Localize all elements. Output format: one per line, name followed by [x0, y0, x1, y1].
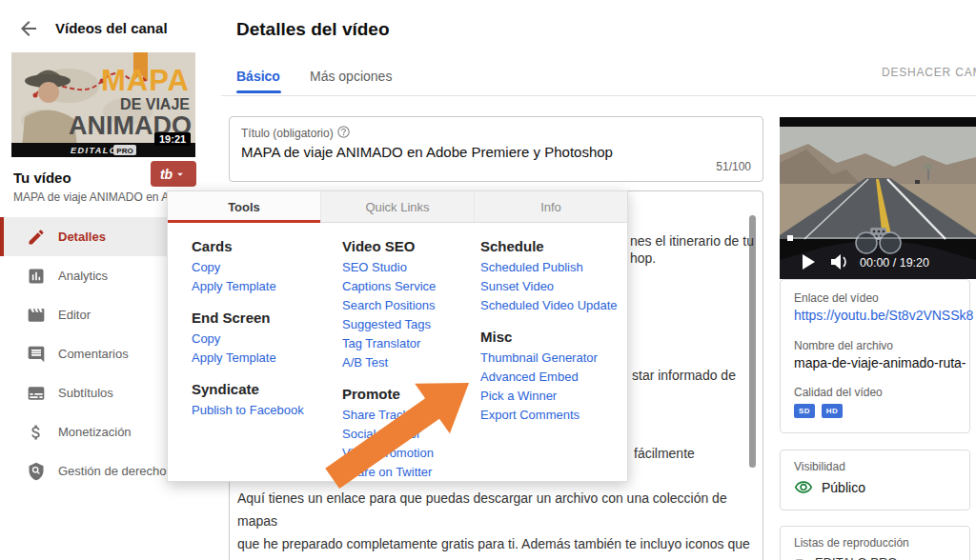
menu-link-cards-copy[interactable]: Copy — [192, 258, 335, 277]
sidebar-item-label: Comentarios — [58, 347, 129, 361]
tubebuddy-button[interactable]: tb — [151, 161, 196, 187]
description-fragment: nes el itinerario de tu — [630, 233, 754, 249]
menu-link-ab-test[interactable]: A/B Test — [342, 353, 480, 372]
menu-link-video-promotion[interactable]: Video Promotion — [342, 444, 480, 463]
sidebar-item-label: Subtítulos — [58, 386, 113, 400]
comment-icon — [27, 345, 46, 364]
film-icon — [27, 306, 46, 325]
chevron-down-icon — [173, 168, 187, 181]
menu-section-schedule: Schedule — [480, 238, 625, 254]
duration-badge: 19:21 — [154, 132, 191, 146]
video-thumbnail: MAPA DE VIAJE ANIMADO EDITALO PRO 19:21 — [11, 52, 195, 157]
menu-link-captions-service[interactable]: Captions Service — [342, 277, 480, 296]
copyright-shield-icon — [27, 462, 46, 481]
menu-section-misc: Misc — [480, 329, 625, 345]
menu-section-video-seo: Video SEO — [342, 238, 480, 254]
playlist-item-label: EDITALO PRO — [815, 555, 897, 560]
tubebuddy-logo: tb — [160, 167, 173, 182]
thumbnail-watermark: EDITALO — [71, 146, 117, 155]
description-scrollbar[interactable] — [749, 215, 756, 468]
title-field-label: Título (obligatorio) — [241, 127, 334, 140]
dollar-icon — [27, 423, 46, 442]
visibility-label: Visibilidad — [794, 460, 845, 473]
filename-label: Nombre del archivo — [794, 339, 893, 352]
sd-badge: SD — [794, 404, 815, 418]
menu-link-tag-translator[interactable]: Tag Translator — [342, 334, 480, 353]
description-fragment: fácilmente — [634, 446, 695, 461]
sidebar-item-label: Detalles — [58, 230, 106, 244]
tab-mas-opciones[interactable]: Más opciones — [310, 69, 392, 84]
menu-link-social-monitor[interactable]: Social Monitor — [342, 425, 480, 444]
char-count: 51/100 — [716, 160, 751, 173]
sidebar-item-label: Monetización — [58, 425, 132, 439]
thumbnail-watermark-pro: PRO — [116, 147, 132, 155]
pencil-icon — [27, 228, 46, 247]
menu-section-end-screen: End Screen — [192, 310, 335, 326]
menu-column-2: Video SEO SEO Studio Captions Service Se… — [342, 223, 480, 482]
playlists-card: Listas de reproducción EDITALO PRO — [780, 526, 970, 560]
menu-link-scheduled-publish[interactable]: Scheduled Publish — [480, 258, 625, 277]
description-line: Aquí tienes un enlace para que puedas de… — [237, 487, 752, 532]
menu-column-3: Schedule Scheduled Publish Sunset Video … — [480, 223, 625, 425]
menu-link-share-tracker[interactable]: Share Tracker — [342, 406, 480, 425]
visibility-card[interactable]: Visibilidad Público — [780, 450, 970, 510]
video-link[interactable]: https://youtu.be/St8v2VNSSk8 — [794, 308, 973, 323]
tabs-divider — [221, 95, 976, 96]
menu-section-cards: Cards — [192, 238, 335, 254]
tubebuddy-menu: Tools Quick Links Info Cards Copy Apply … — [167, 190, 628, 482]
hd-badge: HD — [822, 404, 843, 418]
menu-link-pick-a-winner[interactable]: Pick a Winner — [480, 387, 625, 406]
filename-value: mapa-de-viaje-animado-ruta-en m — [794, 355, 966, 370]
menu-link-scheduled-video-update[interactable]: Scheduled Video Update — [480, 296, 625, 315]
description-fragment: hop. — [630, 250, 656, 266]
sidebar-item-label: Gestión de derechos — [58, 464, 173, 478]
title-field[interactable]: Título (obligatorio) MAPA de viaje ANIMA… — [229, 116, 763, 182]
undo-changes-button[interactable]: DESHACER CAMBIOS — [882, 66, 976, 79]
menu-column-1: Cards Copy Apply Template End Screen Cop… — [192, 223, 335, 420]
menu-section-syndicate: Syndicate — [192, 381, 335, 397]
menu-link-search-positions[interactable]: Search Positions — [342, 296, 480, 315]
menu-link-seo-studio[interactable]: SEO Studio — [342, 258, 480, 277]
menu-link-export-comments[interactable]: Export Comments — [480, 406, 625, 425]
menu-link-thumbnail-generator[interactable]: Thumbnail Generator — [480, 349, 625, 368]
video-player: 00:00 / 19:20 — [780, 117, 976, 279]
thumbnail-title-line1: MAPA — [101, 64, 190, 97]
description-text: Aquí tienes un enlace para que puedas de… — [237, 487, 752, 560]
sidebar-item-label: Analytics — [58, 269, 108, 283]
menu-link-endscreen-apply-template[interactable]: Apply Template — [192, 349, 335, 368]
video-link-label: Enlace del vídeo — [794, 291, 879, 305]
player-progress-bar[interactable] — [787, 237, 976, 239]
video-details-card: Enlace del vídeo https://youtu.be/St8v2V… — [780, 279, 970, 433]
playlist-icon — [794, 556, 807, 560]
description-fragment: star informado de — [632, 368, 736, 383]
title-input-value: MAPA de viaje ANIMADO en Adobe Premiere … — [241, 144, 613, 160]
menu-link-endscreen-copy[interactable]: Copy — [192, 330, 335, 349]
thumbnail-title-line2: DE VIAJE — [120, 96, 190, 112]
your-video-label: Tu vídeo — [13, 170, 71, 186]
tubebuddy-menu-tabs: Tools Quick Links Info — [168, 191, 627, 223]
channel-videos-label[interactable]: Vídeos del canal — [55, 20, 168, 36]
menu-link-share-on-twitter[interactable]: Share on Twitter — [342, 463, 480, 482]
tab-basico[interactable]: Básico — [236, 69, 280, 84]
visibility-value: Público — [822, 480, 865, 495]
menu-link-suggested-tags[interactable]: Suggested Tags — [342, 315, 480, 334]
menu-tab-info[interactable]: Info — [475, 191, 627, 222]
eye-icon — [794, 478, 813, 497]
player-time: 00:00 / 19:20 — [860, 256, 929, 270]
menu-link-publish-to-facebook[interactable]: Publish to Facebook — [192, 401, 335, 420]
playlists-label: Listas de reproducción — [794, 536, 909, 550]
menu-link-advanced-embed[interactable]: Advanced Embed — [480, 368, 625, 387]
youtube-studio-page: Vídeos del canal MAPA DE VIAJE ANIMADO E… — [0, 0, 976, 560]
page-title: Detalles del vídeo — [236, 19, 390, 40]
sidebar-item-label: Editor — [58, 308, 91, 322]
playlist-item[interactable]: EDITALO PRO — [794, 555, 897, 560]
bar-chart-icon — [27, 267, 46, 286]
tab-active-underline — [236, 90, 281, 93]
menu-tab-quick-links[interactable]: Quick Links — [321, 191, 475, 222]
menu-link-cards-apply-template[interactable]: Apply Template — [192, 277, 335, 296]
menu-tab-tools[interactable]: Tools — [168, 191, 321, 222]
help-icon[interactable] — [336, 125, 351, 139]
back-arrow-icon[interactable] — [17, 17, 40, 40]
subtitles-icon — [27, 384, 46, 403]
menu-link-sunset-video[interactable]: Sunset Video — [480, 277, 625, 296]
